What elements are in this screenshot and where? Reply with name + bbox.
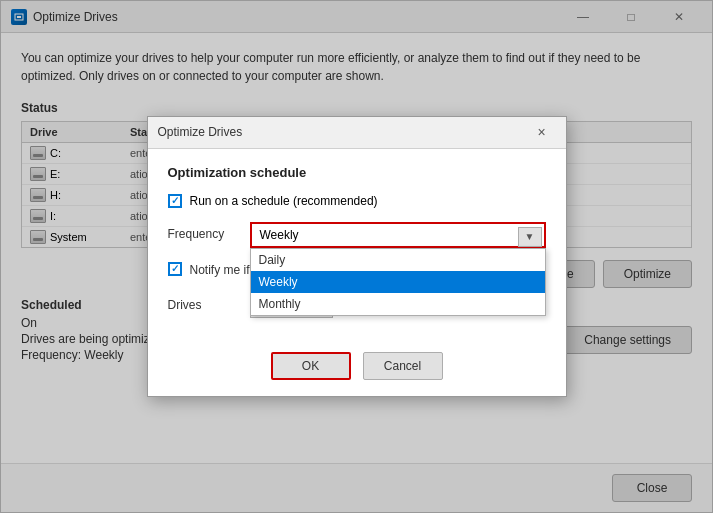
run-on-schedule-label: Run on a schedule (recommended) — [190, 194, 378, 208]
run-on-schedule-row: Run on a schedule (recommended) — [168, 194, 546, 208]
dialog-section-title: Optimization schedule — [168, 165, 546, 180]
dialog-body: Optimization schedule Run on a schedule … — [148, 149, 566, 343]
frequency-row: Frequency Weekly ▼ Daily Weekly Monthly — [168, 222, 546, 248]
dialog: Optimize Drives × Optimization schedule … — [147, 116, 567, 398]
notify-checkbox[interactable] — [168, 262, 182, 276]
dialog-title: Optimize Drives — [158, 125, 243, 139]
dropdown-list: Daily Weekly Monthly — [250, 248, 546, 316]
dropdown-item-weekly[interactable]: Weekly — [251, 271, 545, 293]
dialog-footer: OK Cancel — [148, 342, 566, 396]
dialog-titlebar: Optimize Drives × — [148, 117, 566, 149]
dropdown-item-monthly[interactable]: Monthly — [251, 293, 545, 315]
dialog-ok-button[interactable]: OK — [271, 352, 351, 380]
frequency-value: Weekly — [252, 224, 544, 246]
dropdown-item-daily[interactable]: Daily — [251, 249, 545, 271]
dialog-cancel-button[interactable]: Cancel — [363, 352, 443, 380]
frequency-label: Frequency — [168, 222, 238, 241]
drives-label: Drives — [168, 298, 238, 312]
dialog-overlay: Optimize Drives × Optimization schedule … — [1, 1, 712, 512]
main-window: Optimize Drives — □ ✕ You can optimize y… — [0, 0, 713, 513]
frequency-dropdown-container: Weekly ▼ Daily Weekly Monthly — [250, 222, 546, 248]
run-on-schedule-checkbox[interactable] — [168, 194, 182, 208]
dialog-close-button[interactable]: × — [528, 121, 556, 143]
